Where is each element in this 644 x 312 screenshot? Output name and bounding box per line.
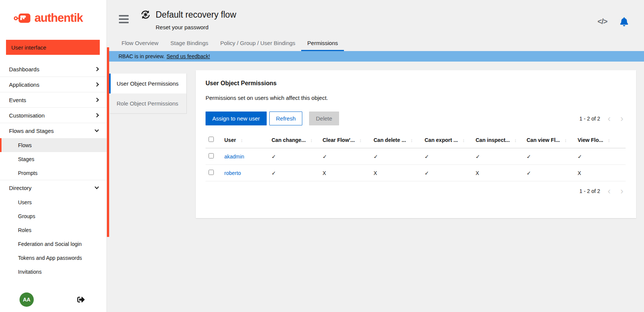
sidebar-item-flows[interactable]: Flows xyxy=(0,138,107,152)
sidebar-item-users[interactable]: Users xyxy=(0,195,107,209)
pagination-range: 1 - 2 of 2 xyxy=(579,116,600,122)
main-area: Default recovery flow Reset your passwor… xyxy=(109,0,644,312)
chevron-down-icon xyxy=(95,128,99,132)
sidebar-item-user-interface[interactable]: User interface xyxy=(6,40,100,55)
sidebar-item-flows-and-stages[interactable]: Flows and Stages xyxy=(0,123,107,138)
refresh-button[interactable]: Refresh xyxy=(269,112,303,125)
select-all-checkbox[interactable] xyxy=(209,137,214,142)
chevron-down-icon xyxy=(95,185,99,189)
sidebar-footer: AA xyxy=(0,292,107,307)
rbac-preview-banner: RBAC is in preview. Send us feedback! xyxy=(109,51,644,62)
card-title: User Object Permissions xyxy=(206,80,626,87)
table-header-row: User↕ Can change...↕ Clear Flow'...↕ Can… xyxy=(206,132,626,148)
subtab-user-object-permissions[interactable]: User Object Permissions xyxy=(109,74,187,93)
perm-cell: ✓ xyxy=(422,148,473,165)
sort-icon[interactable]: ↕ xyxy=(240,137,243,143)
authentik-key-icon xyxy=(14,12,32,24)
sidebar-item-federation[interactable]: Federation and Social login xyxy=(0,237,107,251)
tab-flow-overview[interactable]: Flow Overview xyxy=(116,36,164,51)
tab-stage-bindings[interactable]: Stage Bindings xyxy=(164,36,214,51)
sort-icon[interactable]: ↕ xyxy=(359,137,362,143)
perm-cell: ✓ xyxy=(269,165,320,181)
sort-icon[interactable]: ↕ xyxy=(410,137,413,143)
chevron-right-icon xyxy=(95,67,99,71)
sidebar-item-directory[interactable]: Directory xyxy=(0,180,107,195)
sidebar-item-groups[interactable]: Groups xyxy=(0,209,107,223)
sidebar-item-stages[interactable]: Stages xyxy=(0,152,107,166)
sign-out-icon[interactable] xyxy=(77,296,85,303)
avatar[interactable]: AA xyxy=(20,292,34,307)
perm-cell: ✓ xyxy=(473,148,524,165)
sidebar-item-invitations[interactable]: Invitations xyxy=(0,265,107,279)
perm-cell: X xyxy=(575,165,626,181)
toolbar: Assign to new user Refresh Delete 1 - 2 … xyxy=(206,112,626,125)
table-row: roberto ✓ X X ✓ X ✓ X xyxy=(206,165,626,181)
user-link-akadmin[interactable]: akadmin xyxy=(224,154,244,160)
content-area: User Object Permissions Role Object Perm… xyxy=(109,62,644,312)
sidebar-item-tokens[interactable]: Tokens and App passwords xyxy=(0,251,107,265)
feedback-link[interactable]: Send us feedback! xyxy=(167,53,210,59)
banner-text: RBAC is in preview. xyxy=(119,53,165,59)
tab-policy-group-user-bindings[interactable]: Policy / Group / User Bindings xyxy=(214,36,301,51)
sidebar-item-events[interactable]: Events xyxy=(0,92,107,107)
sort-icon[interactable]: ↕ xyxy=(564,137,567,143)
sidebar-item-dashboards[interactable]: Dashboards xyxy=(0,62,107,77)
perm-cell: ✓ xyxy=(269,148,320,165)
sidebar-nav: Dashboards Applications Events Customisa… xyxy=(0,62,107,279)
sort-icon[interactable]: ↕ xyxy=(514,137,517,143)
perm-cell: ✓ xyxy=(524,148,575,165)
perm-cell: X xyxy=(371,165,422,181)
topbar: Default recovery flow Reset your passwor… xyxy=(109,0,644,30)
process-flow-icon xyxy=(140,9,151,20)
tab-permissions[interactable]: Permissions xyxy=(301,36,344,51)
chevron-right-icon xyxy=(95,82,99,86)
tab-bar: Flow Overview Stage Bindings Policy / Gr… xyxy=(109,36,644,51)
assign-to-new-user-button[interactable]: Assign to new user xyxy=(206,112,267,125)
sort-icon[interactable]: ↕ xyxy=(608,137,610,143)
hamburger-menu-icon[interactable] xyxy=(119,15,129,30)
user-object-permissions-card: User Object Permissions Permissions set … xyxy=(196,70,636,218)
perm-cell: X xyxy=(473,165,524,181)
subtab-role-object-permissions[interactable]: Role Object Permissions xyxy=(109,93,187,114)
perm-cell: ✓ xyxy=(524,165,575,181)
pagination-bottom: 1 - 2 of 2 ‹ › xyxy=(579,188,626,194)
chevron-right-icon xyxy=(95,113,99,117)
pagination-top: 1 - 2 of 2 ‹ › xyxy=(579,116,626,122)
table-row: akadmin ✓ ✓ ✓ ✓ ✓ ✓ ✓ xyxy=(206,148,626,165)
previous-page-icon[interactable]: ‹ xyxy=(605,188,613,194)
perm-cell: ✓ xyxy=(422,165,473,181)
page-title: Default recovery flow xyxy=(156,10,236,20)
perm-cell: ✓ xyxy=(575,148,626,165)
chevron-right-icon xyxy=(95,98,99,102)
next-page-icon[interactable]: › xyxy=(618,116,626,121)
sort-icon[interactable]: ↕ xyxy=(462,137,465,143)
authentik-logo[interactable]: authentik xyxy=(0,0,107,25)
sidebar-item-customisation[interactable]: Customisation xyxy=(0,108,107,123)
row-checkbox[interactable] xyxy=(209,153,214,158)
perm-cell: X xyxy=(320,165,371,181)
sidebar-accent-stripe xyxy=(107,47,109,237)
previous-page-icon[interactable]: ‹ xyxy=(605,116,613,121)
sidebar-item-roles[interactable]: Roles xyxy=(0,223,107,237)
permission-subtabs: User Object Permissions Role Object Perm… xyxy=(109,74,187,114)
next-page-icon[interactable]: › xyxy=(618,188,626,194)
api-code-icon[interactable]: </> xyxy=(597,17,607,26)
sort-icon[interactable]: ↕ xyxy=(310,137,313,143)
delete-button[interactable]: Delete xyxy=(309,112,339,125)
page-subtitle: Reset your password xyxy=(156,24,236,30)
permissions-table: User↕ Can change...↕ Clear Flow'...↕ Can… xyxy=(206,132,626,181)
card-description: Permissions set on users which affect th… xyxy=(206,95,626,101)
row-checkbox[interactable] xyxy=(209,170,214,175)
perm-cell: ✓ xyxy=(371,148,422,165)
pagination-range: 1 - 2 of 2 xyxy=(579,188,600,194)
sidebar-item-applications[interactable]: Applications xyxy=(0,77,107,92)
notifications-bell-icon[interactable] xyxy=(620,17,628,26)
perm-cell: ✓ xyxy=(320,148,371,165)
sidebar-item-prompts[interactable]: Prompts xyxy=(0,166,107,180)
logo-wordmark: authentik xyxy=(35,11,83,25)
sidebar: authentik User interface Dashboards Appl… xyxy=(0,0,107,312)
user-link-roberto[interactable]: roberto xyxy=(224,170,241,176)
